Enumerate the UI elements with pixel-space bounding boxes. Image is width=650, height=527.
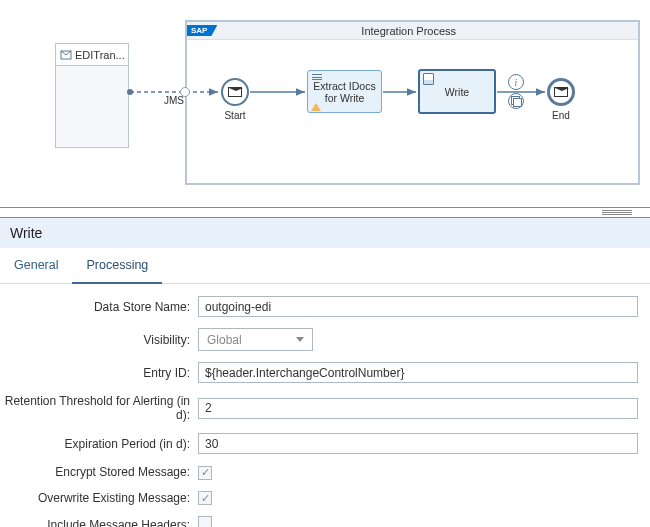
external-title: EDITran... xyxy=(75,49,125,61)
label-overwrite: Overwrite Existing Message: xyxy=(0,491,198,505)
participant-icon xyxy=(60,49,72,61)
checkbox-overwrite[interactable] xyxy=(198,491,212,505)
extract-idocs-activity[interactable]: Extract IDocs for Write xyxy=(307,70,382,113)
extract-label: Extract IDocs for Write xyxy=(312,80,377,104)
end-label: End xyxy=(552,110,570,121)
panel-title: Write xyxy=(0,218,650,248)
processing-form: Data Store Name: Visibility: Global Entr… xyxy=(0,284,650,527)
start-event[interactable]: Start xyxy=(221,78,249,121)
start-label: Start xyxy=(224,110,245,121)
external-header: EDITran... xyxy=(56,44,128,66)
grip-icon xyxy=(602,210,632,216)
tab-general[interactable]: General xyxy=(0,248,72,283)
process-header: SAP Integration Process xyxy=(187,22,638,40)
input-retention[interactable] xyxy=(198,398,638,419)
label-data-store-name: Data Store Name: xyxy=(0,300,198,314)
external-participant-box[interactable]: EDITran... xyxy=(55,43,129,148)
info-icon[interactable]: i xyxy=(508,74,524,90)
write-activity[interactable]: Write xyxy=(418,69,496,114)
write-label: Write xyxy=(445,86,469,98)
input-data-store-name[interactable] xyxy=(198,296,638,317)
chevron-down-icon xyxy=(296,337,304,342)
envelope-icon xyxy=(228,87,242,97)
label-retention: Retention Threshold for Alerting (in d): xyxy=(0,394,198,422)
input-entry-id[interactable] xyxy=(198,362,638,383)
label-visibility: Visibility: xyxy=(0,333,198,347)
label-entry-id: Entry ID: xyxy=(0,366,198,380)
checkbox-encrypt[interactable] xyxy=(198,466,212,480)
sap-logo: SAP xyxy=(187,25,217,36)
select-visibility-value: Global xyxy=(207,333,242,347)
tab-processing[interactable]: Processing xyxy=(72,248,162,284)
properties-panel: Write General Processing Data Store Name… xyxy=(0,218,650,527)
label-include-headers: Include Message Headers: xyxy=(0,518,198,528)
write-side-actions: i xyxy=(508,74,524,109)
label-encrypt: Encrypt Stored Message: xyxy=(0,465,198,479)
end-event[interactable]: End xyxy=(547,78,575,121)
copy-icon[interactable] xyxy=(508,93,524,109)
list-icon xyxy=(312,74,322,80)
split-divider[interactable] xyxy=(0,207,650,218)
checkbox-include-headers[interactable] xyxy=(198,516,212,527)
flow-canvas: EDITran... SAP Integration Process Start… xyxy=(0,0,650,195)
process-title: Integration Process xyxy=(219,25,638,37)
datastore-icon xyxy=(423,73,434,85)
warning-icon xyxy=(311,103,321,111)
jms-label: JMS xyxy=(164,95,184,106)
select-visibility[interactable]: Global xyxy=(198,328,313,351)
input-expiration[interactable] xyxy=(198,433,638,454)
tabs: General Processing xyxy=(0,248,650,284)
label-expiration: Expiration Period (in d): xyxy=(0,437,198,451)
envelope-icon xyxy=(554,87,568,97)
